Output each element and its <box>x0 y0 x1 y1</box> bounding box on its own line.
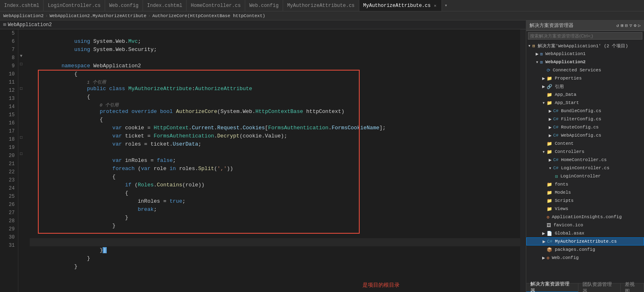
appdata-label: App_Data <box>555 92 576 97</box>
tab-home-controller[interactable]: HomeController.cs <box>187 0 245 11</box>
tree-routeconfig[interactable]: ▶ C# RouteConfig.cs <box>526 123 644 131</box>
code-line-31: } <box>30 254 520 263</box>
tree-webapiconfig[interactable]: ▶ C# WebApiConfig.cs <box>526 131 644 139</box>
collapse-all-icon[interactable]: ⊟ <box>625 23 628 28</box>
tree-fonts[interactable]: 📁 fonts <box>526 180 644 188</box>
tab-web-config-2[interactable]: Web.config <box>245 0 283 11</box>
ln-26: 26 <box>0 201 15 209</box>
proj-icon-2: ⊞ <box>540 60 543 65</box>
code-line-19: foreach (var role in roles.Split(',')) <box>30 157 520 165</box>
breadcrumb-method[interactable]: AuthorizeCore(HttpContextBase httpContex… <box>152 13 265 18</box>
folder-icon-props: 📁 <box>547 76 552 81</box>
tree-webapp2[interactable]: ▾ ⊞ WebApplication2 <box>526 58 644 66</box>
webconfig-label: Web.config <box>552 255 579 260</box>
tree-content[interactable]: 📁 Content <box>526 139 644 148</box>
breadcrumb-project[interactable]: WebApplication2 <box>3 13 44 18</box>
bottom-tab-team[interactable]: 团队资源管理器 <box>578 283 621 292</box>
tree-models[interactable]: 📁 Models <box>526 188 644 197</box>
tree-appstart[interactable]: ▾ 📁 App_Start <box>526 99 644 107</box>
breadcrumb-namespace[interactable]: WebApplication2.MyAuthorizeAttribute <box>50 13 147 18</box>
ln-28: 28 <box>0 217 15 225</box>
gear-icon[interactable]: ⚙ <box>634 23 637 28</box>
ln-15: 15 <box>0 111 15 119</box>
folder-icon-scripts: 📁 <box>547 198 552 204</box>
tree-controllers[interactable]: ▾ 📁 Controllers <box>526 148 644 156</box>
code-line-14: var cookie = HttpContext.Current.Request… <box>30 116 520 124</box>
tree-solution-root[interactable]: ▾ ⊞ 解决方案'WebApplication1' (2 个项目) <box>526 42 644 50</box>
arrow-right-icon: ▶ <box>536 51 539 57</box>
tree-views[interactable]: 📁 Views <box>526 205 644 213</box>
tree-favicon[interactable]: 🖼 favicon.ico <box>526 221 644 229</box>
tree-ref[interactable]: ▶ 🔗 引用 <box>526 82 644 91</box>
tab-close-icon[interactable]: ✕ <box>433 3 437 9</box>
solution-header-buttons: ↺ ⊞ ⊟ ▽ ⚙ ▷ <box>616 23 641 28</box>
ln-12: 12 <box>0 86 15 95</box>
solution-root-label: 解决方案'WebApplication1' (2 个项目) <box>538 43 628 49</box>
collapse-icon-10[interactable]: □ <box>20 62 22 66</box>
code-line-12: protected override bool AuthorizeCore(Sy… <box>30 100 520 108</box>
connected-services-icon: ⟳ <box>547 68 550 73</box>
tree-packages[interactable]: 📦 packages.config <box>526 246 644 254</box>
editor-area: ⊞ WebApplication2 5 6 7 8 9 10 11 12 13 … <box>0 20 526 292</box>
code-content[interactable]: using System.Web.Mvc; using System.Web.S… <box>26 29 520 292</box>
collapse-icon-21[interactable]: □ <box>20 152 22 156</box>
solution-tree: ▾ ⊞ 解决方案'WebApplication1' (2 个项目) ▶ ⊞ We… <box>526 41 644 283</box>
ln-17: 17 <box>0 127 15 135</box>
tree-global[interactable]: ▶ 📄 Global.asax <box>526 229 644 237</box>
code-line-13: { <box>30 108 520 116</box>
sync-icon[interactable]: ↺ <box>616 23 619 28</box>
tree-webapp1[interactable]: ▶ ⊞ WebApplication1 <box>526 50 644 58</box>
collapse-icon-12[interactable]: □ <box>20 86 22 91</box>
vertical-scrollbar[interactable] <box>520 29 526 292</box>
tab-my-authorize-active[interactable]: MyAuthorizeAttribute.cs ✕ <box>359 0 442 11</box>
code-line-15: var ticket = FormsAuthentication.Decrypt… <box>30 124 520 132</box>
tree-scripts[interactable]: 📁 Scripts <box>526 197 644 205</box>
tree-appinsights[interactable]: ⚙ ApplicationInsights.config <box>526 213 644 221</box>
tree-filterconfig[interactable]: ▶ C# FilterConfig.cs <box>526 115 644 123</box>
tree-homecontroller[interactable]: ▶ C# HomeController.cs <box>526 156 644 164</box>
tree-logincontroller-class[interactable]: ⊡ LoginController <box>526 172 644 180</box>
folder-icon-models: 📁 <box>547 190 552 195</box>
tree-webconfig[interactable]: ▶ ⚙ Web.config <box>526 254 644 262</box>
code-line-20: { <box>30 165 520 173</box>
config-icon-ai: ⚙ <box>547 215 549 220</box>
tree-myauthorize[interactable]: ▶ C# MyAuthorizeAttribute.cs <box>526 237 644 246</box>
logincontroller-label: LoginController.cs <box>561 166 609 170</box>
tab-login-controller[interactable]: LoginController.cs <box>44 0 105 11</box>
tab-bar: Index.cshtml LoginController.cs Web.conf… <box>0 0 644 11</box>
expand-icon[interactable]: ⊞ <box>621 23 624 28</box>
code-hint-2: 0 个引用 <box>30 93 520 100</box>
tab-index-cshtml-2[interactable]: Index.cshtml <box>143 0 187 11</box>
connected-services-label: Connected Services <box>553 68 601 73</box>
tree-logincontroller[interactable]: ▾ C# LoginController.cs <box>526 164 644 172</box>
ln-19: 19 <box>0 144 15 152</box>
tab-my-authorize-1[interactable]: MyAuthorizeAttribute.cs <box>283 0 359 11</box>
ln-29: 29 <box>0 225 15 233</box>
collapse-icon-8[interactable]: ▼ <box>20 54 22 58</box>
tab-index-cshtml-1[interactable]: Index.cshtml <box>0 0 44 11</box>
code-editor[interactable]: 5 6 7 8 9 10 11 12 13 14 15 16 17 18 19 … <box>0 29 526 292</box>
tree-connected-services[interactable]: ⟳ Connected Services <box>526 66 644 74</box>
code-line-27 <box>30 222 520 230</box>
tree-appdata[interactable]: 📁 App_Data <box>526 91 644 99</box>
bottom-tab-solution[interactable]: 解决方案资源管理器 <box>526 283 578 292</box>
arrow-right-icon[interactable]: ▷ <box>638 23 641 28</box>
folder-icon-content: 📁 <box>547 141 552 146</box>
webapp1-label: WebApplication1 <box>545 51 586 56</box>
file-icon-favicon: 🖼 <box>547 223 551 228</box>
bottom-tab-diff[interactable]: 差视图 <box>621 283 644 292</box>
filter-icon[interactable]: ▽ <box>629 23 632 28</box>
tree-properties[interactable]: ▶ 📁 Properties <box>526 74 644 82</box>
arr4: ▾ <box>542 100 545 106</box>
tree-bundleconfig[interactable]: ▶ C# BundleConfig.cs <box>526 107 644 115</box>
tab-web-config-1[interactable]: Web.config <box>105 0 143 11</box>
arr7: ▶ <box>549 124 552 131</box>
code-line-30: } <box>30 246 520 254</box>
collapse-icon-19[interactable]: □ <box>20 135 22 140</box>
breadcrumb: WebApplication2 › WebApplication2.MyAuth… <box>0 11 644 20</box>
folder-icon-appstart: 📁 <box>547 100 552 106</box>
solution-search-input[interactable] <box>528 32 642 40</box>
tab-overflow[interactable]: ▾ <box>442 2 450 9</box>
folder-icon-controllers: 📁 <box>547 149 552 155</box>
ln-9: 9 <box>0 62 15 70</box>
